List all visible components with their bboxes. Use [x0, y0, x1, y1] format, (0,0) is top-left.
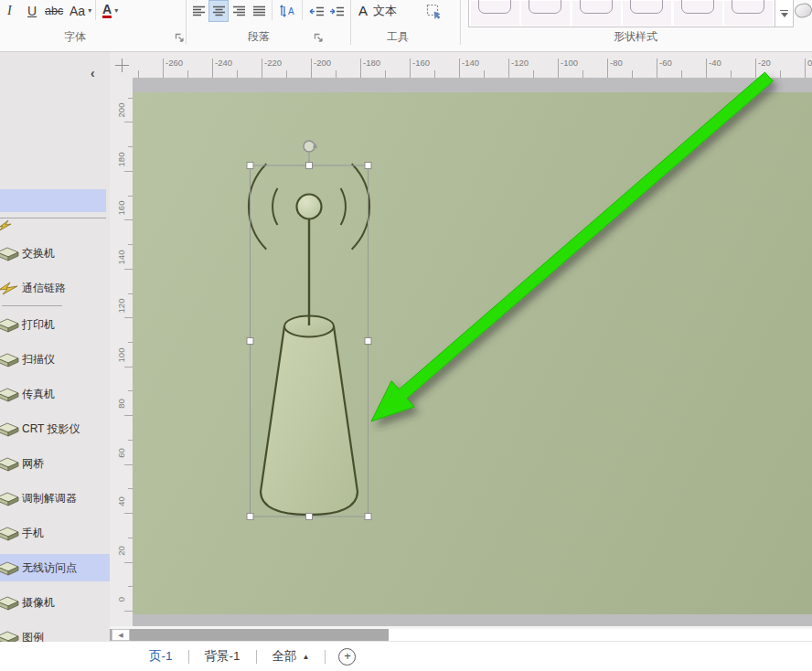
- ruler-label: 160: [116, 195, 126, 222]
- stencil-item-label: 网桥: [22, 456, 44, 472]
- horizontal-scrollbar[interactable]: ◀: [110, 629, 812, 641]
- chevron-down-icon: [781, 13, 788, 17]
- shape-style-tile[interactable]: [471, 1, 519, 26]
- stencil-item-bridge[interactable]: 网桥: [0, 446, 110, 481]
- font-color-button[interactable]: A ▾: [102, 0, 118, 21]
- stencil-item-wireless-ap[interactable]: 无线访问点: [0, 554, 110, 581]
- page-tab-页-1[interactable]: 页-1: [134, 648, 188, 665]
- italic-button[interactable]: I: [7, 0, 12, 21]
- paragraph-group-label: 段落: [231, 29, 286, 45]
- horizontal-ruler[interactable]: -260-240-220-200-180-160-140-120-100-80-…: [133, 52, 812, 78]
- stencil-item-scanner[interactable]: 扫描仪: [0, 342, 110, 377]
- shape-style-gallery[interactable]: [468, 0, 775, 27]
- area-select-tool-button[interactable]: [422, 0, 444, 22]
- stencil-item-label: 无线访问点: [22, 560, 77, 576]
- chevron-down-icon: ▾: [88, 6, 91, 15]
- stencil-item-printer[interactable]: 打印机: [0, 307, 110, 342]
- stencil-item-camera[interactable]: 摄像机: [0, 585, 110, 620]
- ruler-label: 140: [116, 243, 126, 271]
- ruler-minor-tick: [138, 70, 139, 78]
- scanner-icon: [0, 351, 19, 367]
- stencil-item-legend[interactable]: 图例: [0, 620, 110, 642]
- ruler-minor-tick: [385, 70, 386, 78]
- page-tab-bar: 页-1背景-1全部▲ +: [0, 642, 812, 671]
- strikethrough-button[interactable]: abc: [45, 0, 63, 21]
- ruler-tick: [755, 59, 756, 78]
- ruler-tick: [212, 59, 213, 78]
- ruler-minor-tick: [533, 70, 534, 78]
- svg-text:A: A: [288, 6, 294, 16]
- page-tab-背景-1[interactable]: 背景-1: [189, 648, 256, 665]
- ruler-minor-tick: [187, 70, 188, 78]
- switch-icon: [0, 245, 19, 261]
- stencil-item-comm-link[interactable]: 通信链路: [0, 271, 110, 305]
- shapes-panel: ‹ 交换机通信链路打印机扫描仪传真机CRT 投影仪网桥调制解调器手机无线访问点摄…: [0, 52, 110, 642]
- fax-icon: [0, 386, 19, 402]
- shape-style-tile[interactable]: [572, 1, 621, 26]
- partial-stencil-icon: [0, 220, 11, 230]
- ruler-label: -240: [215, 58, 232, 68]
- stencil-item-label: 交换机: [22, 246, 55, 261]
- style-preview-icon: [478, 0, 511, 14]
- ruler-label: 20: [116, 537, 126, 564]
- shape-style-tile[interactable]: [674, 1, 722, 26]
- align-center-button[interactable]: [208, 0, 229, 22]
- stencil-item-label: 打印机: [22, 317, 55, 333]
- shape-style-tile[interactable]: [521, 1, 570, 26]
- ruler-label: -260: [166, 58, 183, 68]
- ruler-minor-tick: [780, 70, 781, 78]
- shape-style-tile[interactable]: [623, 1, 671, 26]
- change-case-button[interactable]: Aa ▾: [69, 0, 91, 21]
- increase-indent-button[interactable]: [326, 0, 347, 22]
- drawing-page[interactable]: [133, 92, 812, 614]
- page-tab-label: 全部: [272, 648, 297, 665]
- shape-styles-group-label: 形状样式: [594, 29, 677, 45]
- stencil-item-label: 通信链路: [22, 281, 66, 296]
- stencil-item-label: 传真机: [22, 387, 55, 402]
- font-dialog-launcher-icon[interactable]: [175, 33, 185, 43]
- ruler-tick: [805, 59, 806, 78]
- ruler-minor-tick: [237, 70, 238, 78]
- scrollbar-thumb[interactable]: [389, 629, 812, 641]
- page-tab-label: 页-1: [149, 648, 173, 665]
- align-left-button[interactable]: [188, 0, 208, 22]
- ruler-label: 0: [116, 586, 126, 613]
- ruler-label: -80: [610, 58, 623, 68]
- vertical-ruler[interactable]: 220200180160140120100806040200: [110, 78, 134, 628]
- vertical-text-align-button[interactable]: A: [276, 0, 298, 22]
- shape-style-tile[interactable]: [724, 1, 773, 26]
- gallery-more-button[interactable]: [775, 0, 794, 27]
- stencil-shape-list: 交换机通信链路打印机扫描仪传真机CRT 投影仪网桥调制解调器手机无线访问点摄像机…: [0, 236, 110, 642]
- underline-button[interactable]: U: [27, 0, 37, 21]
- stencil-item-label: 摄像机: [22, 595, 55, 611]
- stencil-selected-band[interactable]: [0, 189, 106, 212]
- stencil-item-switch[interactable]: 交换机: [0, 236, 110, 271]
- ruler-minor-tick: [434, 70, 435, 78]
- shape-effects-icon[interactable]: [793, 2, 812, 19]
- scroll-left-button[interactable]: ◀: [112, 629, 130, 641]
- stencil-item-label: 图例: [22, 630, 44, 643]
- ruler-tick: [459, 59, 460, 78]
- ruler-label: -100: [561, 58, 578, 68]
- ruler-minor-tick: [484, 70, 485, 78]
- stencil-item-fax[interactable]: 传真机: [0, 377, 110, 411]
- text-tool-button[interactable]: A 文本: [358, 0, 397, 21]
- page-tab-全部[interactable]: 全部▲: [257, 648, 326, 665]
- collapse-panel-button[interactable]: ‹: [91, 68, 95, 79]
- ruler-label: 200: [116, 97, 126, 124]
- decrease-indent-button[interactable]: [306, 0, 326, 22]
- ruler-tick: [360, 59, 361, 78]
- ruler-label: 180: [116, 145, 126, 173]
- align-justify-button[interactable]: [249, 0, 269, 22]
- font-group-label: 字体: [48, 29, 102, 45]
- add-page-button[interactable]: +: [338, 648, 356, 666]
- align-right-button[interactable]: [229, 0, 249, 22]
- stencil-item-modem[interactable]: 调制解调器: [0, 481, 110, 516]
- tools-group-label: 工具: [370, 29, 425, 45]
- stencil-item-phone[interactable]: 手机: [0, 516, 110, 550]
- drawing-canvas[interactable]: [133, 78, 812, 628]
- ruler-label: 120: [116, 293, 126, 320]
- ruler-label: -20: [758, 58, 771, 68]
- paragraph-dialog-launcher-icon[interactable]: [314, 33, 324, 43]
- stencil-item-crt-projector[interactable]: CRT 投影仪: [0, 411, 110, 446]
